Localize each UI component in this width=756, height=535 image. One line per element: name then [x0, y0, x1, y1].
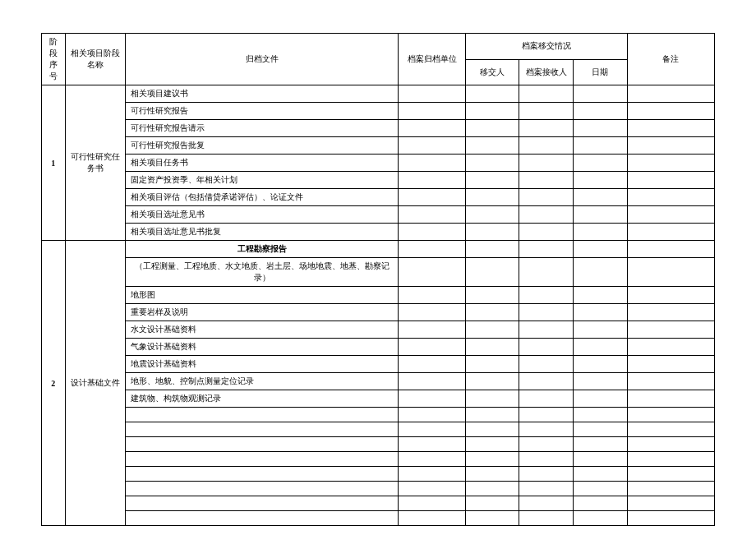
date-cell: [573, 496, 627, 511]
table-row: 气象设计基础资料: [42, 339, 715, 356]
date-cell: [573, 482, 627, 496]
unit-cell: [399, 482, 466, 496]
table-row: [42, 452, 715, 467]
table-row: [42, 422, 715, 437]
date-cell: [573, 408, 627, 422]
doc-cell-blank: [126, 422, 399, 437]
sender-cell: [465, 390, 519, 408]
doc-cell: 相关项目建议书: [126, 85, 399, 103]
header-remark: 备注: [627, 34, 715, 85]
remark-cell: [627, 321, 715, 339]
doc-cell: 地震设计基础资料: [126, 356, 399, 373]
date-cell: [573, 467, 627, 482]
unit-cell: [399, 224, 466, 241]
header-seq: 阶段序号: [42, 34, 66, 85]
date-cell: [573, 103, 627, 120]
unit-cell: [399, 120, 466, 137]
unit-cell: [399, 189, 466, 206]
stage-cell: 可行性研究任务书: [65, 85, 126, 241]
unit-cell: [399, 452, 466, 467]
sender-cell: [465, 321, 519, 339]
unit-cell: [399, 287, 466, 304]
doc-cell-blank: [126, 437, 399, 452]
receiver-cell: [519, 172, 574, 189]
remark-cell: [627, 189, 715, 206]
remark-cell: [627, 241, 715, 258]
doc-cell: 可行性研究报告请示: [126, 120, 399, 137]
remark-cell: [627, 390, 715, 408]
sender-cell: [465, 287, 519, 304]
receiver-cell: [519, 496, 574, 511]
remark-cell: [627, 224, 715, 241]
remark-cell: [627, 511, 715, 526]
header-date: 日期: [573, 59, 627, 85]
remark-cell: [627, 339, 715, 356]
unit-cell: [399, 137, 466, 155]
sender-cell: [465, 258, 519, 287]
unit-cell: [399, 85, 466, 103]
unit-cell: [399, 172, 466, 189]
doc-cell: 相关项目选址意见书: [126, 206, 399, 224]
doc-cell: 可行性研究报告批复: [126, 137, 399, 155]
sender-cell: [465, 496, 519, 511]
table-row: 相关项目评估（包括借贷承诺评估）、论证文件: [42, 189, 715, 206]
receiver-cell: [519, 241, 574, 258]
remark-cell: [627, 356, 715, 373]
doc-cell-blank: [126, 467, 399, 482]
table-row: 地形、地貌、控制点测量定位记录: [42, 373, 715, 390]
remark-cell: [627, 172, 715, 189]
doc-cell: 可行性研究报告: [126, 103, 399, 120]
table-row: 2设计基础文件工程勘察报告: [42, 241, 715, 258]
receiver-cell: [519, 373, 574, 390]
header-receiver: 档案接收人: [519, 59, 574, 85]
date-cell: [573, 241, 627, 258]
remark-cell: [627, 155, 715, 172]
archive-table: 阶段序号 相关项目阶段名称 归档文件 档案归档单位 档案移交情况 备注 移交人 …: [41, 33, 715, 526]
date-cell: [573, 172, 627, 189]
unit-cell: [399, 408, 466, 422]
doc-cell: 气象设计基础资料: [126, 339, 399, 356]
date-cell: [573, 155, 627, 172]
doc-cell: 地形图: [126, 287, 399, 304]
remark-cell: [627, 304, 715, 321]
header-sender: 移交人: [465, 59, 519, 85]
sender-cell: [465, 437, 519, 452]
date-cell: [573, 304, 627, 321]
header-stage: 相关项目阶段名称: [65, 34, 126, 85]
remark-cell: [627, 482, 715, 496]
sender-cell: [465, 120, 519, 137]
receiver-cell: [519, 189, 574, 206]
date-cell: [573, 258, 627, 287]
unit-cell: [399, 437, 466, 452]
unit-cell: [399, 390, 466, 408]
sender-cell: [465, 452, 519, 467]
doc-cell: 固定资产投资季、年相关计划: [126, 172, 399, 189]
doc-cell: 重要岩样及说明: [126, 304, 399, 321]
remark-cell: [627, 496, 715, 511]
receiver-cell: [519, 408, 574, 422]
date-cell: [573, 390, 627, 408]
receiver-cell: [519, 287, 574, 304]
receiver-cell: [519, 103, 574, 120]
doc-cell: 相关项目任务书: [126, 155, 399, 172]
date-cell: [573, 437, 627, 452]
table-row: 水文设计基础资料: [42, 321, 715, 339]
sender-cell: [465, 241, 519, 258]
date-cell: [573, 511, 627, 526]
seq-cell: 2: [42, 241, 66, 526]
table-row: 重要岩样及说明: [42, 304, 715, 321]
remark-cell: [627, 103, 715, 120]
sender-cell: [465, 103, 519, 120]
header-row-1: 阶段序号 相关项目阶段名称 归档文件 档案归档单位 档案移交情况 备注: [42, 34, 715, 60]
date-cell: [573, 373, 627, 390]
table-row: 1可行性研究任务书相关项目建议书: [42, 85, 715, 103]
table-row: 相关项目选址意见书: [42, 206, 715, 224]
unit-cell: [399, 496, 466, 511]
unit-cell: [399, 321, 466, 339]
sender-cell: [465, 224, 519, 241]
doc-cell: 地形、地貌、控制点测量定位记录: [126, 373, 399, 390]
table-row: 可行性研究报告批复: [42, 137, 715, 155]
table-body: 1可行性研究任务书相关项目建议书可行性研究报告可行性研究报告请示可行性研究报告批…: [42, 85, 715, 526]
date-cell: [573, 85, 627, 103]
remark-cell: [627, 258, 715, 287]
